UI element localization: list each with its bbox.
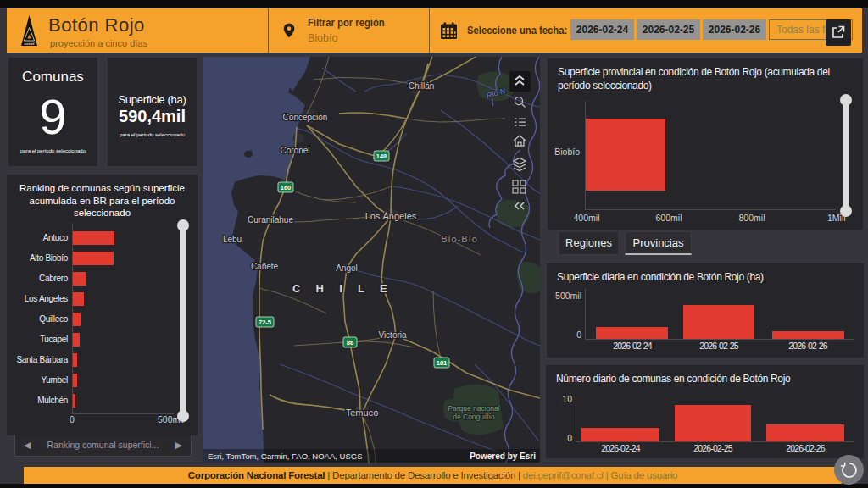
svg-text:Temuco: Temuco <box>346 408 379 418</box>
svg-text:conaf: conaf <box>24 42 35 46</box>
svg-text:Esri, TomTom, Garmin, FAO, NOA: Esri, TomTom, Garmin, FAO, NOAA, USGS <box>208 452 362 461</box>
svg-text:160: 160 <box>281 184 292 191</box>
svg-text:Coronel: Coronel <box>280 146 309 155</box>
svg-text:Los Ángeles: Los Ángeles <box>365 211 417 221</box>
svg-text:Lebu: Lebu <box>223 235 242 244</box>
svg-text:Concepción: Concepción <box>283 113 328 122</box>
svg-text:Curanilahue: Curanilahue <box>248 215 293 225</box>
svg-text:C H I L E: C H I L E <box>292 282 393 295</box>
svg-text:Parque nacional: Parque nacional <box>448 404 500 413</box>
svg-text:Victoria: Victoria <box>378 330 407 340</box>
svg-text:72-5: 72-5 <box>259 319 271 326</box>
svg-text:Angol: Angol <box>336 263 358 273</box>
svg-text:Cañete: Cañete <box>251 262 279 271</box>
svg-text:181: 181 <box>437 359 448 367</box>
svg-text:Chillán: Chillán <box>409 81 435 91</box>
svg-text:Powered by Esri: Powered by Esri <box>470 452 536 461</box>
svg-text:148: 148 <box>376 152 387 160</box>
svg-text:Bío-Bío: Bío-Bío <box>441 234 478 244</box>
svg-text:86: 86 <box>347 339 353 347</box>
svg-text:de Conguillío: de Conguillío <box>453 413 495 421</box>
